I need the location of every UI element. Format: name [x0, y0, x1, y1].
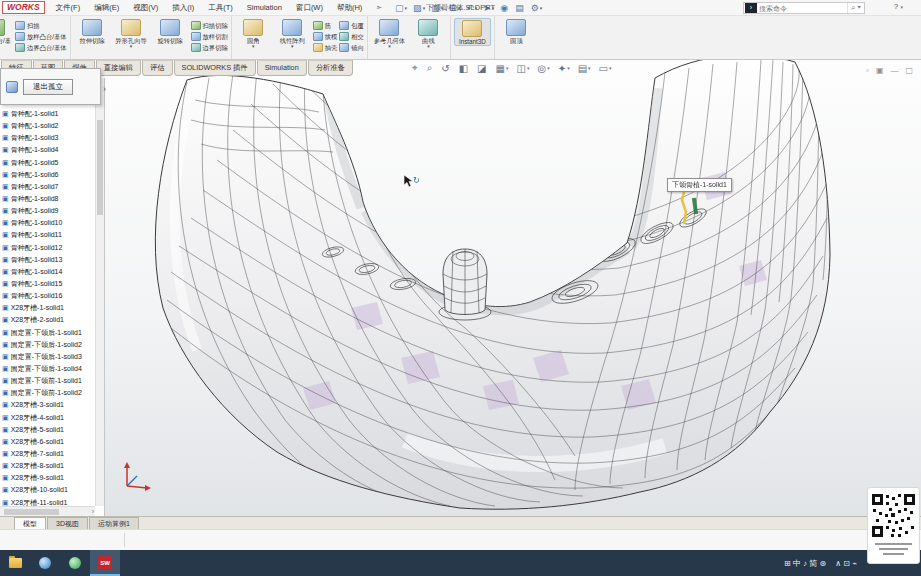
extrude-cut-button[interactable]: 拉伸切除: [74, 18, 111, 44]
tree-vertical-scrollbar[interactable]: [95, 78, 104, 506]
view-settings-icon[interactable]: ▭▾: [597, 63, 614, 74]
tree-item[interactable]: X28牙槽-6-solid1: [2, 436, 95, 448]
tree-item[interactable]: X28牙槽-8-solid1: [2, 460, 95, 472]
wrap-button[interactable]: 包覆: [339, 21, 364, 30]
curves-button[interactable]: 曲线▾: [410, 18, 447, 49]
reference-geometry-button[interactable]: 参考几何体▾: [371, 18, 408, 49]
tree-item[interactable]: X28牙槽-3-solid1: [2, 399, 95, 411]
tree-item[interactable]: 骨种配-1-solid16: [2, 290, 95, 302]
tree-item[interactable]: 骨种配-1-solid7: [2, 181, 95, 193]
loft-button[interactable]: 放样凸台/基体: [15, 32, 67, 41]
apply-scene-icon[interactable]: ▤▾: [576, 63, 593, 74]
ribbon-tab[interactable]: 分析准备: [308, 60, 353, 76]
section-view-icon[interactable]: ◧: [457, 63, 471, 74]
tree-item[interactable]: 骨种配-1-solid4: [2, 144, 95, 156]
tree-item[interactable]: X28牙槽-9-solid1: [2, 472, 95, 484]
tree-item[interactable]: X28牙槽-7-solid1: [2, 448, 95, 460]
sweep-button[interactable]: 扫描: [15, 21, 67, 30]
menu-item[interactable]: 窗口(W): [289, 3, 330, 13]
menu-item[interactable]: 帮助(H): [330, 3, 369, 13]
help-button[interactable]: ? ▾: [894, 2, 903, 11]
tree-item[interactable]: 固定置-下颌后-1-solid3: [2, 351, 95, 363]
tree-item[interactable]: 骨种配-1-solid8: [2, 193, 95, 205]
loft-cut-button[interactable]: 放样切割: [191, 32, 228, 41]
tree-flyout-chevron[interactable]: ›: [103, 84, 106, 94]
window-control-icon[interactable]: ▫: [866, 66, 869, 75]
input-method-indicator[interactable]: ⊞ 中 ♪ 简 ⊛: [784, 558, 826, 569]
browser-button[interactable]: [30, 550, 60, 576]
previous-view-icon[interactable]: ↺: [439, 63, 452, 74]
tree-item[interactable]: 固定置-下颌后-1-solid1: [2, 327, 95, 339]
mandible-mesh-model[interactable]: [105, 60, 921, 516]
search-input[interactable]: [759, 5, 847, 12]
hide-show-items-icon[interactable]: ◎▾: [535, 63, 551, 74]
pin-icon[interactable]: ➣: [369, 3, 388, 12]
tree-item[interactable]: 骨种配-1-solid2: [2, 120, 95, 132]
mirror-button[interactable]: 镜向: [339, 43, 364, 52]
zoom-to-area-icon[interactable]: ⌕: [425, 62, 436, 74]
tree-item[interactable]: X28牙槽-5-solid1: [2, 424, 95, 436]
tree-item[interactable]: X28牙槽-1-solid1: [2, 302, 95, 314]
tree-item[interactable]: 固定置-下颌前-1-solid1: [2, 375, 95, 387]
new-document-icon[interactable]: ▢▾: [392, 1, 410, 15]
tab-motion-study[interactable]: 运动算例1: [89, 517, 139, 529]
window-control-icon[interactable]: —: [890, 66, 898, 75]
tree-item[interactable]: X28牙槽-4-solid1: [2, 412, 95, 424]
tree-item[interactable]: 固定置-下颌后-1-solid4: [2, 363, 95, 375]
file-explorer-button[interactable]: [0, 550, 30, 576]
tree-item[interactable]: 骨种配-1-solid12: [2, 242, 95, 254]
menu-item[interactable]: 工具(T): [201, 3, 240, 13]
menu-item[interactable]: 文件(F): [49, 3, 88, 13]
intersect-button[interactable]: 相交: [339, 32, 364, 41]
window-control-icon[interactable]: ▢: [905, 66, 913, 75]
view-orientation-icon[interactable]: ▦▾: [494, 63, 511, 74]
menu-item[interactable]: 视图(V): [126, 3, 165, 13]
graphics-area[interactable]: ⌖⌕↺◧◪▦▾◫▾◎▾✦▾▤▾▭▾ ▫▣—▢ 下颌骨植-1-solid1 ↻: [105, 60, 921, 516]
menu-item[interactable]: 编辑(E): [87, 3, 126, 13]
shell-button[interactable]: 抽壳: [313, 43, 338, 52]
revolve-cut-button[interactable]: 旋转切除: [152, 18, 189, 44]
ribbon-tab[interactable]: 直接编辑: [96, 60, 141, 76]
tree-item[interactable]: 骨种配-1-solid5: [2, 157, 95, 169]
boundary-cut-button[interactable]: 边界切除: [191, 43, 228, 52]
ribbon-tab[interactable]: SOLIDWORKS 插件: [174, 60, 256, 76]
rib-button[interactable]: 筋: [313, 21, 338, 30]
tree-item[interactable]: 固定置-下颌后-1-solid2: [2, 339, 95, 351]
tree-item[interactable]: X28牙槽-11-solid1: [2, 497, 95, 507]
implant-cylinder[interactable]: [439, 249, 491, 320]
messenger-button[interactable]: [60, 550, 90, 576]
tray-overflow-icons[interactable]: ∧ ⊡ ⌁: [835, 559, 857, 568]
tree-item[interactable]: 骨种配-1-solid13: [2, 254, 95, 266]
fillet-button[interactable]: 圆角▾: [235, 18, 272, 49]
tree-item[interactable]: 骨种配-1-solid1: [2, 108, 95, 120]
tree-item[interactable]: 骨种配-1-solid14: [2, 266, 95, 278]
search-icon[interactable]: ⌕ ▾: [847, 3, 864, 13]
file-properties-icon[interactable]: ▤: [512, 1, 528, 15]
ribbon-tab[interactable]: Simulation: [257, 60, 307, 76]
dynamic-annotation-icon[interactable]: ◪: [475, 63, 489, 74]
scrollbar-thumb[interactable]: [4, 509, 59, 515]
tree-item[interactable]: 固定置-下颌前-1-solid2: [2, 387, 95, 399]
tab-3d-views[interactable]: 3D视图: [47, 517, 88, 529]
tree-item[interactable]: 骨种配-1-solid10: [2, 217, 95, 229]
menu-item[interactable]: 插入(I): [165, 3, 201, 13]
tree-item[interactable]: 骨种配-1-solid11: [2, 229, 95, 241]
display-style-icon[interactable]: ◫▾: [515, 63, 532, 74]
tree-item[interactable]: X28牙槽-2-solid1: [2, 314, 95, 326]
tree-item[interactable]: 骨种配-1-solid9: [2, 205, 95, 217]
draft-button[interactable]: 拔模: [313, 32, 338, 41]
linear-pattern-button[interactable]: 线性阵列▾: [274, 18, 311, 49]
sweep-cut-button[interactable]: 扫描切除: [191, 21, 228, 30]
ribbon-tab[interactable]: 评估: [142, 60, 173, 76]
zoom-to-fit-icon[interactable]: ⌖: [410, 62, 421, 74]
scroll-right-arrow[interactable]: [92, 507, 94, 516]
scrollbar-thumb[interactable]: [97, 120, 103, 215]
tree-item[interactable]: 骨种配-1-solid15: [2, 278, 95, 290]
tab-model[interactable]: 模型: [14, 517, 46, 529]
exit-isolate-button[interactable]: 退出孤立: [23, 79, 73, 95]
tree-item[interactable]: 骨种配-1-solid3: [2, 132, 95, 144]
tree-horizontal-scrollbar[interactable]: [0, 506, 95, 516]
window-control-icon[interactable]: ▣: [876, 66, 884, 75]
menu-item[interactable]: Simulation: [240, 3, 289, 13]
tree-item[interactable]: 骨种配-1-solid6: [2, 169, 95, 181]
